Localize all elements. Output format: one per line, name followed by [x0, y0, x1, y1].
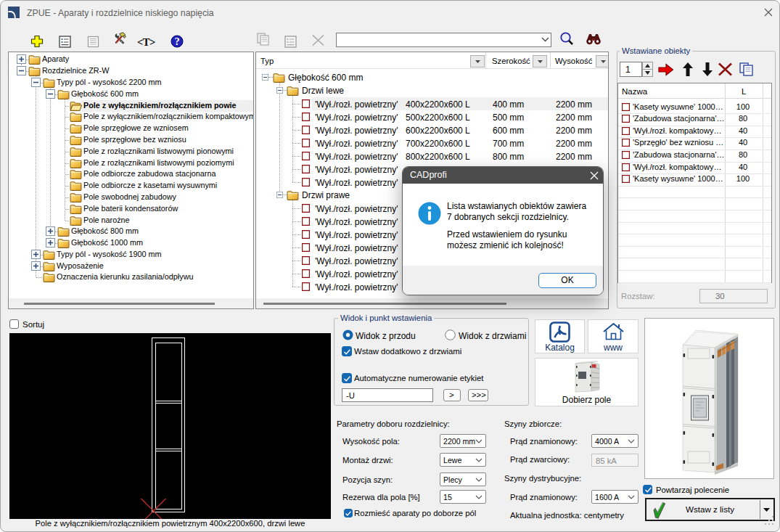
- svg-text:?: ?: [174, 36, 179, 47]
